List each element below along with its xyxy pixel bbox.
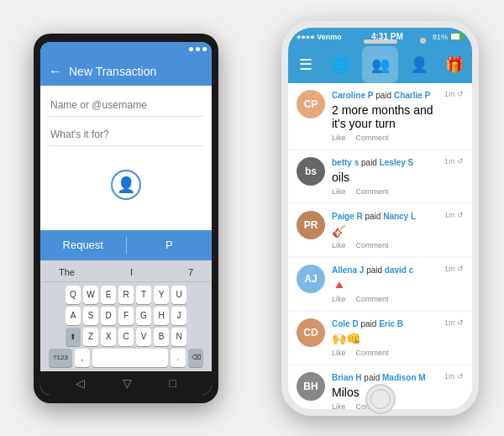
tab-menu[interactable]: ☰ — [288, 46, 323, 83]
feed-actions-4: Like Comment — [332, 295, 438, 303]
avatar-3: PR — [297, 211, 325, 239]
feed-target-6[interactable]: Madison M — [382, 373, 426, 382]
feed-target-3[interactable]: Nancy L — [383, 212, 416, 221]
shift-key[interactable]: ⬆ — [66, 328, 81, 346]
key-b[interactable]: B — [154, 328, 169, 346]
keyboard-row-4: ?123 , . ⌫ — [42, 349, 210, 367]
pay-button[interactable]: P — [127, 230, 213, 260]
feed-item-4: AJ Allena J paid david c 🔺 Like Comment … — [288, 258, 472, 310]
feed-user-5[interactable]: Cole D — [332, 319, 359, 328]
speaker — [364, 39, 397, 44]
key-g[interactable]: G — [136, 307, 151, 325]
avatar-1: CP — [297, 90, 325, 118]
action-bar: Request P — [40, 230, 212, 260]
key-j[interactable]: J — [171, 307, 186, 325]
comment-button-2[interactable]: Comment — [356, 187, 389, 196]
feed-text-5: Cole D paid Eric B — [332, 318, 438, 330]
feed-time-6: 1m ↺ — [444, 372, 464, 381]
request-button[interactable]: Request — [40, 230, 126, 260]
feed-user-3[interactable]: Paige R — [332, 212, 363, 221]
feed-time-1: 1m ↺ — [444, 90, 464, 98]
feed-user-2[interactable]: betty s — [332, 158, 359, 167]
avatar-6: BH — [297, 372, 325, 401]
avatar-5: CD — [297, 318, 325, 347]
what-input[interactable] — [49, 123, 203, 146]
feed-target-2[interactable]: Lesley S — [380, 158, 414, 167]
feed-text-6: Brian H paid Madison M — [332, 372, 438, 384]
key-d[interactable]: D — [101, 307, 116, 325]
key-a[interactable]: A — [66, 307, 81, 325]
key-q[interactable]: Q — [66, 286, 81, 304]
feed-user-1[interactable]: Caroline P — [332, 91, 373, 100]
gift-icon: 🎁 — [445, 55, 464, 74]
feed-target-4[interactable]: david c — [385, 265, 413, 275]
key-w[interactable]: W — [83, 286, 98, 304]
feed-target-5[interactable]: Eric B — [379, 319, 403, 328]
carrier-signal: ●●●● Venmo — [297, 33, 342, 41]
key-c[interactable]: C — [118, 328, 134, 346]
comment-button-3[interactable]: Comment — [356, 241, 389, 250]
key-u[interactable]: U — [171, 286, 186, 304]
key-z[interactable]: Z — [83, 328, 98, 346]
globe-icon: 🌐 — [332, 55, 350, 74]
suggestion-mid[interactable]: I — [130, 267, 133, 277]
space-key[interactable] — [92, 349, 168, 367]
feed-text-1: Caroline P paid Charlie P — [332, 90, 438, 102]
comment-button-4[interactable]: Comment — [356, 295, 389, 303]
tab-global[interactable]: 🌐 — [323, 46, 359, 83]
numbers-key[interactable]: ?123 — [49, 349, 72, 367]
home-button[interactable] — [365, 384, 396, 414]
feed-item-2: bs betty s paid Lesley S oils Like Comme… — [288, 150, 472, 202]
like-button-2[interactable]: Like — [332, 187, 346, 196]
comment-button-5[interactable]: Comment — [356, 349, 389, 357]
key-y[interactable]: Y — [154, 286, 169, 304]
comment-button-1[interactable]: Comment — [356, 134, 389, 142]
key-f[interactable]: F — [118, 307, 134, 325]
suggestion-left[interactable]: The — [59, 267, 75, 277]
feed-item-5: CD Cole D paid Eric B 🙌👊 Like Comment 1m… — [288, 312, 472, 364]
key-period[interactable]: . — [171, 349, 186, 367]
key-comma[interactable]: , — [75, 349, 90, 367]
key-t[interactable]: T — [136, 286, 151, 304]
like-button-5[interactable]: Like — [332, 349, 346, 357]
signal-icon — [189, 47, 193, 51]
tab-profile[interactable]: 👤 — [402, 46, 437, 83]
feed-user-4[interactable]: Allena J — [332, 265, 364, 275]
feed-target-1[interactable]: Charlie P — [394, 91, 430, 100]
person-icon-area: 👤 — [49, 170, 203, 200]
name-input[interactable] — [49, 94, 203, 117]
feed-message-4: 🔺 — [332, 278, 438, 292]
key-x[interactable]: X — [101, 328, 116, 346]
battery-fill — [451, 34, 459, 39]
status-right: 81% — [433, 33, 464, 41]
like-button-6[interactable]: Like — [332, 402, 346, 409]
feed-user-6[interactable]: Brian H — [332, 373, 362, 382]
key-n[interactable]: N — [171, 328, 186, 346]
back-button[interactable]: ← — [49, 64, 62, 79]
key-e[interactable]: E — [101, 286, 116, 304]
people-icon: 👥 — [371, 55, 390, 74]
key-r[interactable]: R — [118, 286, 134, 304]
nav-home-icon[interactable]: ▽ — [123, 376, 132, 390]
keyboard-row-1: Q W E R T Y U — [42, 286, 210, 304]
like-button-4[interactable]: Like — [332, 295, 346, 303]
key-s[interactable]: S — [83, 307, 98, 325]
delete-key[interactable]: ⌫ — [188, 349, 203, 367]
wifi-icon — [196, 47, 200, 51]
key-v[interactable]: V — [136, 328, 151, 346]
nav-back-icon[interactable]: ◁ — [76, 376, 85, 390]
feed-message-5: 🙌👊 — [332, 332, 438, 345]
like-button-3[interactable]: Like — [332, 241, 346, 250]
tab-messages[interactable]: 🎁 — [437, 46, 472, 83]
android-header: ← New Transaction — [40, 57, 212, 86]
android-status-icons — [189, 47, 207, 51]
android-screen: ← New Transaction 👤 Request P The — [40, 42, 212, 395]
suggestion-right[interactable]: 7 — [188, 267, 193, 277]
person-icon: 👤 — [111, 170, 141, 200]
nav-recent-icon[interactable]: □ — [169, 376, 176, 390]
like-button-1[interactable]: Like — [332, 134, 346, 142]
feed-time-2: 1m ↺ — [444, 157, 464, 165]
menu-icon: ☰ — [299, 55, 312, 74]
tab-friends[interactable]: 👥 — [362, 46, 397, 83]
key-h[interactable]: H — [154, 307, 169, 325]
